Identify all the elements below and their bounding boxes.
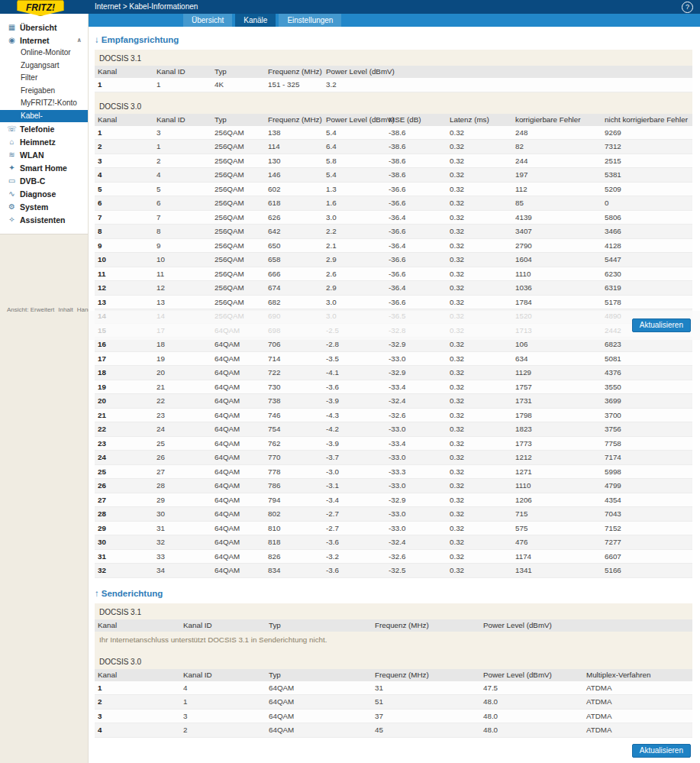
table-row: 293164QAM810-2.7-33.00.325757152 [95,521,692,535]
sidebar-footer: Ansicht: ErweitertInhaltHandbuchRechtlic… [3,306,82,314]
sidebar-item-diagnose[interactable]: ∿Diagnose [0,187,88,200]
sidebar-item-label: Telefonie [20,124,54,134]
breadcrumb[interactable]: Internet > Kabel-Informationen [95,0,198,14]
send-docsis30-table: KanalKanal IDTypFrequenz (MHz)Power Leve… [95,669,692,738]
table-row: 182064QAM722-4.1-32.90.3211294376 [95,366,692,380]
table-cell: 197 [512,168,602,183]
table-cell: 19 [153,351,211,366]
table-row: 99256QAM6502.1-36.40.3227904128 [95,238,692,253]
table-cell: 64QAM [266,681,372,695]
table-cell: 1784 [512,295,602,309]
table-row: 66256QAM6181.6-36.60.32850 [95,196,692,211]
table-cell: 64QAM [211,366,265,380]
sidebar-item-internet[interactable]: ◉Internet∧ [0,34,88,47]
table-cell: -33.0 [385,479,447,493]
table-cell: 33 [153,549,211,564]
sidebar-menu: ▦Übersicht◉Internet∧Online-MonitorZugang… [0,14,88,234]
table-cell: 256QAM [211,168,265,183]
help-icon[interactable]: ? [682,2,693,13]
tab-einstellungen[interactable]: Einstellungen [279,14,341,27]
table-cell: 64QAM [211,451,265,465]
table-cell: 2 [180,723,266,738]
table-row: 192164QAM730-3.6-33.40.3217573550 [95,380,692,394]
table-cell: 0.32 [447,366,512,380]
refresh-button-bottom[interactable]: Aktualisieren [632,744,691,758]
table-cell: 0.32 [447,422,512,437]
table-cell: 31 [95,549,153,564]
table-cell: 47.5 [480,681,583,695]
sidebar-item-assistenten[interactable]: ✧Assistenten [0,213,88,226]
table-cell: 0.32 [447,493,512,507]
sidebar-subitem-filter[interactable]: Filter [0,72,88,85]
sidebar-subitem-myfritz-konto[interactable]: MyFRITZ!-Konto [0,97,88,110]
table-cell: 5178 [602,295,692,309]
table-cell: 32 [153,535,211,550]
table-cell: 3 [180,709,266,723]
table-row: 4264QAM4548.0ATDMA [95,723,692,738]
table-cell: 6319 [602,281,692,296]
sidebar-subitem-freigaben[interactable]: Freigaben [0,85,88,98]
sidebar-item-smart-home[interactable]: ✦Smart Home [0,161,88,174]
table-cell: 4799 [602,479,692,493]
table-cell: -3.6 [323,535,385,550]
table-cell: 29 [153,493,211,507]
table-row: 272964QAM794-3.4-32.90.3212064354 [95,493,692,507]
table-cell: 32 [95,564,153,578]
sidebar-item-heimnetz[interactable]: ⌂Heimnetz [0,135,88,148]
table-cell: 1110 [512,267,602,281]
tab-kanale[interactable]: Kanäle [235,14,276,27]
table-cell: 9269 [602,126,692,140]
sidebar-subitem-zugangsart[interactable]: Zugangsart [0,60,88,73]
table-cell: 3.2 [323,78,692,92]
table-cell: ATDMA [583,723,692,738]
sidebar-item-system[interactable]: ⚙System [0,200,88,213]
table-header-row: KanalKanal IDTypFrequenz (MHz)Power Leve… [95,619,692,632]
table-cell: 5.4 [323,126,385,140]
table-cell: 28 [153,479,211,493]
column-header: Multiplex-Verfahren [583,669,692,681]
table-cell: 4128 [602,238,692,253]
table-cell: 7 [95,210,153,225]
sidebar-subitem-online-monitor[interactable]: Online-Monitor [0,47,88,60]
table-row: 1464QAM3147.5ATDMA [95,681,692,695]
table-row: 3364QAM3748.0ATDMA [95,709,692,723]
table-cell: 0.32 [447,295,512,309]
sidebar-item-label: Heimnetz [20,137,56,147]
sidebar-item-wlan[interactable]: ≋WLAN [0,148,88,161]
footer-link-ansicht-erweitert[interactable]: Ansicht: Erweitert [7,306,54,313]
table-cell: -38.6 [385,154,447,168]
table-cell: 12 [153,281,211,296]
table-cell: 0.32 [447,126,512,140]
footer-link-inhalt[interactable]: Inhalt [58,306,73,313]
up-arrow-icon: ↑ [95,589,99,598]
table-cell: 2515 [602,154,692,168]
tab-ubersicht[interactable]: Übersicht [183,14,232,27]
table-cell: 1129 [512,366,602,380]
table-cell: 8 [95,225,153,239]
table-cell: -33.3 [385,464,447,479]
sidebar-item-dvb-c[interactable]: ▭DVB-C [0,174,88,187]
table-cell: 151 - 325 [265,78,323,92]
table-cell: 826 [265,549,323,564]
table-cell: -3.9 [323,394,385,409]
table-cell: 64QAM [211,408,265,422]
table-cell: 244 [512,154,602,168]
table-cell: 8 [153,225,211,239]
sidebar-item-ubersicht[interactable]: ▦Übersicht [0,21,88,34]
table-cell: 4139 [512,210,602,225]
refresh-button-floating[interactable]: Aktualisieren [632,318,691,332]
table-cell: 3.0 [323,295,385,309]
table-cell: 714 [265,351,323,366]
table-cell: 1 [153,78,211,92]
table-cell: 10 [153,253,211,267]
table-cell: 256QAM [211,281,265,296]
table-cell: 138 [265,126,323,140]
table-cell: -36.6 [385,182,447,196]
table-cell: -4.1 [323,366,385,380]
sidebar-item-telefonie[interactable]: ☏Telefonie [0,122,88,135]
table-cell: 3 [153,126,211,140]
send-docsis31-label: DOCSIS 3.1 [95,605,692,619]
table-cell: 2 [95,140,153,154]
sidebar-subitem-kabel-informationen[interactable]: Kabel-Informationen [0,110,88,123]
table-cell: 0.32 [447,464,512,479]
